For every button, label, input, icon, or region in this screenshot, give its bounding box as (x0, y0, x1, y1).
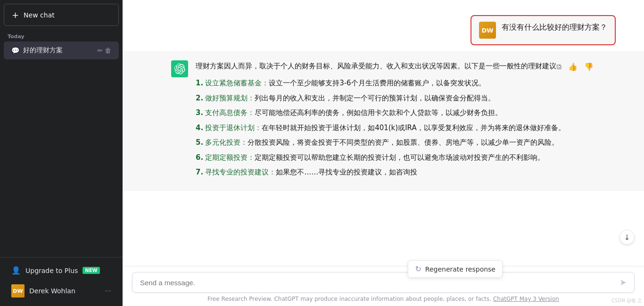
ai-avatar (171, 60, 188, 77)
user-message-text: 有没有什么比较好的理财方案？ (502, 22, 607, 33)
today-label: Today (0, 30, 123, 41)
ai-intro: 理财方案因人而异，取决于个人的财务目标、风险承受能力、收入和支出状况等因素。以下… (196, 60, 595, 72)
ai-actions: ⧉ 👍 👎 (554, 60, 595, 73)
user-message: DW 有没有什么比较好的理财方案？ (123, 9, 644, 51)
upgrade-label: Upgrade to Plus (25, 267, 78, 274)
ai-content: 理财方案因人而异，取决于个人的财务目标、风险承受能力、收入和支出状况等因素。以下… (196, 60, 595, 182)
ai-message-inner: 理财方案因人而异，取决于个人的财务目标、风险承受能力、收入和支出状况等因素。以下… (171, 60, 595, 182)
plus-icon: + (12, 10, 19, 20)
chat-item-label: 好的理财方案 (23, 46, 93, 55)
regenerate-tooltip[interactable]: ↻ Regenerate response (408, 260, 503, 278)
thumbs-up-button[interactable]: 👍 (566, 60, 579, 73)
new-chat-button[interactable]: + New chat (4, 4, 119, 26)
more-options-icon[interactable]: ··· (105, 287, 111, 295)
sidebar-bottom: 👤 Upgrade to Plus NEW DW Derek Wohlan ··… (0, 257, 123, 306)
upgrade-button[interactable]: 👤 Upgrade to Plus NEW (4, 261, 119, 280)
list-item: 5. 多元化投资：分散投资风险，将资金投资于不同类型的资产，如股票、债券、房地产… (196, 137, 595, 149)
list-item: 6. 定期定额投资：定期定额投资可以帮助您建立长期的投资计划，也可以避免市场波动… (196, 152, 595, 164)
list-item: 7. 寻找专业的投资建议：如果您不……寻找专业的投资建议，如咨询投 (196, 166, 595, 179)
user-name: Derek Wohlan (29, 287, 100, 295)
sidebar: + New chat Today 💬 好的理财方案 ✏️ 🗑 👤 Upgrade… (0, 0, 123, 306)
regenerate-label: Regenerate response (425, 265, 495, 273)
copy-button[interactable]: ⧉ (554, 60, 563, 73)
input-box: ➤ (132, 272, 635, 293)
new-badge: NEW (83, 267, 99, 274)
edit-icon[interactable]: ✏️ (97, 47, 103, 54)
person-icon: 👤 (11, 266, 21, 275)
new-chat-label: New chat (24, 11, 55, 19)
footer-link[interactable]: ChatGPT May 3 Version (493, 296, 559, 302)
chat-item-actions: ✏️ 🗑 (97, 47, 111, 54)
send-button[interactable]: ➤ (619, 277, 627, 288)
regenerate-icon: ↻ (415, 265, 421, 273)
ai-list: 1. 设立紧急储蓄基金：设立一个至少能够支持3-6个月生活费用的储蓄账户，以备突… (196, 77, 595, 179)
list-item: 3. 支付高息债务：尽可能地偿还高利率的债务，例如信用卡欠款和个人贷款等，以减少… (196, 107, 595, 119)
user-avatar-small: DW (11, 284, 25, 298)
user-avatar: DW (479, 22, 496, 39)
main-content: DW 有没有什么比较好的理财方案？ 理财方案因人而异，取决于个人的财务目标、风险… (123, 0, 644, 306)
message-input[interactable] (140, 279, 616, 287)
ai-message: 理财方案因人而异，取决于个人的财务目标、风险承受能力、收入和支出状况等因素。以下… (123, 51, 644, 191)
input-area: ➤ Free Research Preview. ChatGPT may pro… (123, 266, 644, 306)
sidebar-item-chat[interactable]: 💬 好的理财方案 ✏️ 🗑 (4, 41, 119, 59)
footer-text: Free Research Preview. ChatGPT may produ… (132, 293, 635, 304)
list-item: 1. 设立紧急储蓄基金：设立一个至少能够支持3-6个月生活费用的储蓄账户，以备突… (196, 77, 595, 90)
chat-icon: 💬 (11, 47, 19, 54)
user-profile-item[interactable]: DW Derek Wohlan ··· (4, 280, 119, 302)
watermark: CSDN @敬 之 (611, 298, 642, 304)
delete-icon[interactable]: 🗑 (105, 47, 111, 54)
list-item: 2. 做好预算规划：列出每月的收入和支出，并制定一个可行的预算计划，以确保资金分… (196, 92, 595, 105)
scroll-down-button[interactable]: ↓ (619, 230, 635, 245)
list-item: 4. 投资于退休计划：在年轻时就开始投资于退休计划，如401(k)或IRA，以享… (196, 122, 595, 134)
user-message-bubble: DW 有没有什么比较好的理财方案？ (471, 15, 616, 45)
thumbs-down-button[interactable]: 👎 (582, 60, 595, 73)
chat-messages: DW 有没有什么比较好的理财方案？ 理财方案因人而异，取决于个人的财务目标、风险… (123, 0, 644, 266)
